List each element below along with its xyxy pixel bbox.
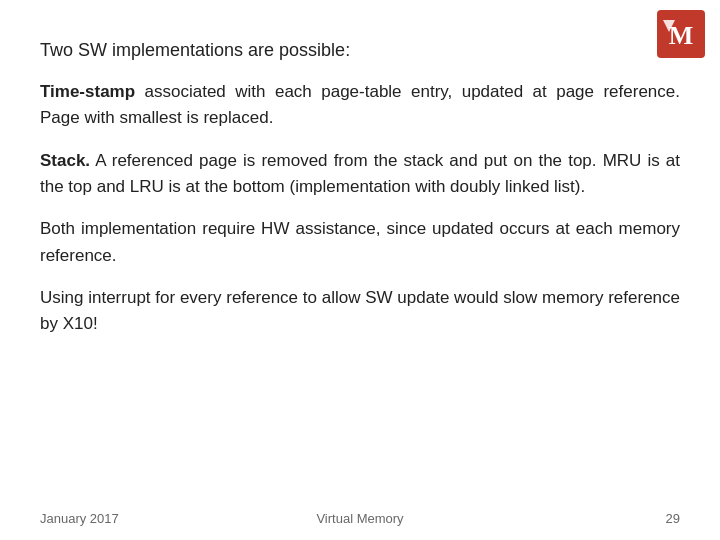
footer-center-text: Virtual Memory bbox=[316, 511, 403, 526]
slide: M Two SW implementations are possible: T… bbox=[0, 0, 720, 540]
text-timestamp: associated with each page-table entry, u… bbox=[40, 82, 680, 127]
paragraph-both: Both implementation require HW assistanc… bbox=[40, 216, 680, 269]
main-content: Two SW implementations are possible: Tim… bbox=[40, 40, 680, 338]
paragraph-interrupt: Using interrupt for every reference to a… bbox=[40, 285, 680, 338]
paragraph-timestamp: Time-stamp associated with each page-tab… bbox=[40, 79, 680, 132]
text-stack: A referenced page is removed from the st… bbox=[40, 151, 680, 196]
paragraph-stack: Stack. A referenced page is removed from… bbox=[40, 148, 680, 201]
intro-line: Two SW implementations are possible: bbox=[40, 40, 680, 61]
footer-left: January 2017 bbox=[40, 511, 119, 526]
text-both: Both implementation require HW assistanc… bbox=[40, 219, 680, 264]
text-interrupt: Using interrupt for every reference to a… bbox=[40, 288, 680, 333]
footer-right: 29 bbox=[666, 511, 680, 526]
term-stack: Stack. bbox=[40, 151, 90, 170]
footer-center: Virtual Memory bbox=[316, 511, 403, 526]
intro-text: Two SW implementations are possible: bbox=[40, 40, 350, 60]
term-timestamp: Time-stamp bbox=[40, 82, 135, 101]
svg-text:M: M bbox=[669, 21, 694, 50]
logo: M bbox=[657, 10, 705, 58]
